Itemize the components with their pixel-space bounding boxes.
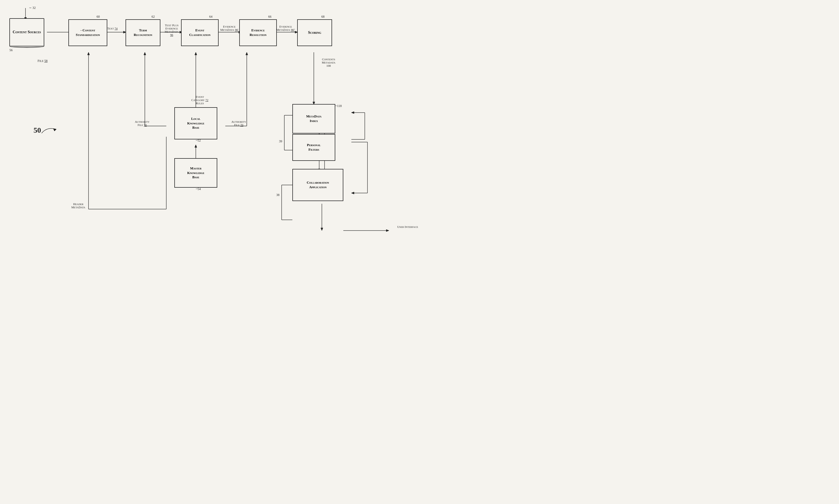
- content-sources-curve: [10, 45, 44, 48]
- diagram-container: ∼ 32 Content Sources 56 FILE 58 - Conten…: [0, 0, 419, 252]
- ref-38: 38: [276, 193, 279, 197]
- svg-marker-53: [321, 228, 323, 231]
- ref-64: 64: [209, 15, 212, 19]
- ref-62: 62: [152, 15, 155, 19]
- label-file-58: FILE 58: [38, 59, 48, 63]
- svg-marker-47: [351, 192, 354, 194]
- local-kb-box: LocalKnowledgeBase: [174, 107, 217, 139]
- event-category-rules-label: EVENTCATEGORY 72RULES: [187, 95, 213, 105]
- master-kb-label: MasterKnowledgeBase: [187, 166, 204, 179]
- svg-marker-43: [386, 230, 389, 232]
- ref-39: 39: [279, 139, 282, 143]
- evidence-metadata-96p-label: EVIDENCEMETADATA 96': [219, 25, 240, 31]
- ref-32: ∼ 32: [29, 6, 36, 10]
- authority-file-70-left-label: AUTHORITYFILE 70: [129, 120, 156, 127]
- collaboration-app-label: CollaborationApplication: [307, 180, 329, 189]
- term-recognition-label: TermRecognition: [134, 28, 152, 37]
- master-kb-box: MasterKnowledgeBase: [174, 158, 217, 188]
- evidence-resolution-box: EvidenceResolution: [239, 19, 277, 46]
- ref-54: ~54: [196, 187, 201, 191]
- authority-file-70-right-label: AUTHORITYFILE 70: [225, 120, 252, 127]
- ref-scoring: 68: [321, 15, 325, 19]
- event-classification-box: EventClassification: [181, 19, 219, 46]
- personal-filters-box: PersonalFilters: [292, 134, 335, 161]
- content-sources-label: Content Sources: [13, 30, 41, 35]
- text-plus-evidence-label: TEXT PLUSEVIDENCE METADATA96: [160, 23, 184, 36]
- evidence-metadata-96pp-label: EVIDENCEMETADATA 96": [275, 25, 296, 31]
- scoring-box: Scoring: [297, 19, 332, 46]
- personal-filters-label: PersonalFilters: [307, 143, 320, 151]
- ref-60: 60: [97, 15, 100, 19]
- ref-50-arrow: [41, 127, 58, 134]
- text-74-label: TEXT 74: [107, 27, 118, 30]
- user-interface-label: USER INTERFACE: [390, 225, 419, 229]
- svg-marker-18: [195, 52, 197, 55]
- content-sources-box: Content Sources: [10, 18, 44, 47]
- collaboration-app-box: CollaborationApplication: [292, 169, 343, 201]
- svg-marker-23: [195, 145, 197, 147]
- file-label: FILE 58: [38, 59, 48, 63]
- ref-52: ~52: [196, 139, 201, 143]
- svg-marker-21: [246, 52, 248, 55]
- term-recognition-box: TermRecognition: [125, 19, 160, 46]
- svg-marker-51: [351, 111, 354, 114]
- content-std-label: - ContentStandardization: [76, 28, 100, 37]
- contents-metadata-label: CONTENTSMETADATA108: [316, 58, 340, 67]
- content-standardization-box: - ContentStandardization: [68, 19, 107, 46]
- local-kb-label: LocalKnowledgeBase: [187, 116, 204, 130]
- ref-66: 66: [268, 15, 272, 19]
- metadata-index-box: MetaDataIndex: [292, 104, 335, 133]
- event-classification-label: EventClassification: [189, 28, 211, 37]
- svg-marker-54: [53, 129, 56, 131]
- evidence-resolution-label: EvidenceResolution: [250, 28, 267, 37]
- ref-50: 50: [34, 126, 41, 134]
- metadata-index-label: MetaDataIndex: [306, 114, 321, 123]
- ref-118: ~118: [335, 104, 342, 108]
- scoring-label: Scoring: [308, 31, 321, 35]
- svg-marker-27: [87, 52, 90, 55]
- ref-56: 56: [10, 48, 13, 52]
- header-metadata-label: HEADERMETADATA: [62, 202, 94, 209]
- svg-marker-16: [144, 52, 146, 55]
